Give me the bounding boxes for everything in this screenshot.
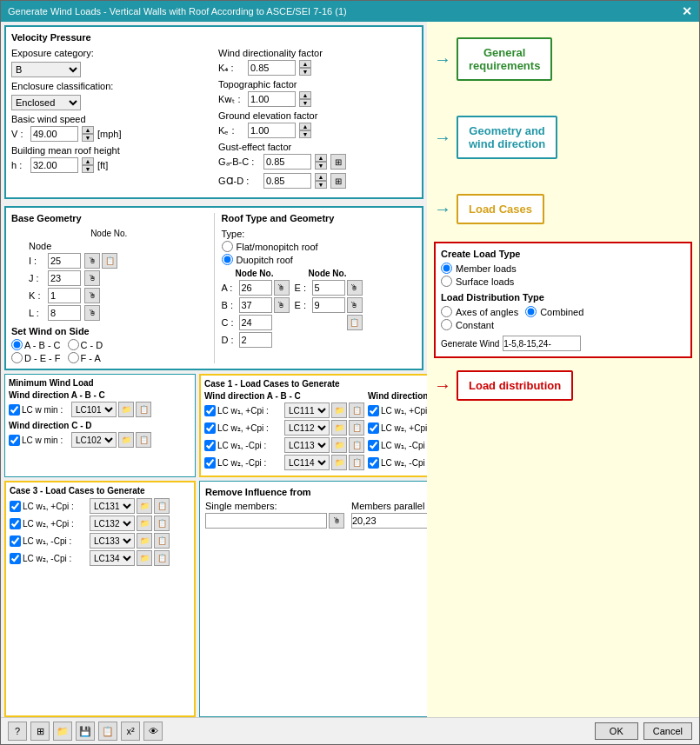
- axes-radio[interactable]: [441, 306, 452, 317]
- toolbar-btn-3[interactable]: 📁: [53, 722, 72, 741]
- c1-w2cpi-f[interactable]: 📁: [331, 420, 347, 436]
- wmin-cd-view[interactable]: 📋: [136, 432, 151, 448]
- k-pick-btn[interactable]: 🖱: [84, 288, 100, 303]
- k-input[interactable]: [48, 288, 81, 303]
- gabc-input[interactable]: [263, 154, 311, 170]
- close-button[interactable]: ✕: [682, 4, 692, 18]
- fa-radio[interactable]: [68, 352, 79, 363]
- c1-w2mcp-v[interactable]: 📋: [349, 455, 364, 470]
- c1-w1cpi-check[interactable]: [204, 405, 216, 416]
- e-pick[interactable]: 🖱: [347, 280, 363, 296]
- fa-radio-label[interactable]: F - A: [68, 352, 101, 363]
- enclosure-select[interactable]: Enclosed: [11, 95, 81, 110]
- c1-w2mcp-f[interactable]: 📁: [331, 455, 347, 470]
- toolbar-btn-7[interactable]: 👁: [143, 722, 163, 741]
- f-pick[interactable]: 🖱: [347, 297, 363, 313]
- gabc-icon-btn[interactable]: ⊞: [330, 154, 346, 170]
- c1-w2mcp2-check[interactable]: [368, 457, 379, 469]
- c1-w1mcp-check[interactable]: [204, 440, 216, 451]
- exposure-select[interactable]: B: [11, 62, 81, 77]
- c3-v4[interactable]: 📋: [154, 550, 170, 566]
- toolbar-btn-5[interactable]: 📋: [98, 722, 117, 741]
- c1-w1mcp-f[interactable]: 📁: [331, 437, 347, 453]
- c1-w1mcp-v[interactable]: 📋: [349, 437, 364, 453]
- def-radio[interactable]: [11, 352, 23, 363]
- c1-w2cpi2-check[interactable]: [368, 422, 379, 434]
- cancel-button[interactable]: Cancel: [643, 722, 692, 740]
- surface-radio[interactable]: [441, 276, 452, 287]
- i-view-btn[interactable]: 📋: [102, 253, 117, 269]
- c1-w2mcp-check[interactable]: [204, 457, 216, 469]
- c1-w2cpi-v[interactable]: 📋: [349, 420, 364, 436]
- c-icon-btn[interactable]: 📋: [347, 315, 363, 330]
- c1-w1cpi-v[interactable]: 📋: [349, 402, 364, 418]
- c3-v1[interactable]: 📋: [154, 498, 170, 514]
- gcd-input[interactable]: [263, 173, 311, 189]
- b-input[interactable]: [239, 297, 272, 313]
- c3-v2[interactable]: 📋: [154, 516, 170, 531]
- def-radio-label[interactable]: D - E - F: [11, 352, 61, 363]
- toolbar-btn-4[interactable]: 💾: [76, 722, 95, 741]
- member-radio[interactable]: [441, 263, 452, 274]
- wmin-cd-folder[interactable]: 📁: [118, 432, 134, 448]
- c3-w2mcp-select[interactable]: LC134: [90, 550, 135, 566]
- single-input[interactable]: [205, 513, 327, 529]
- cd-radio-label[interactable]: C - D: [68, 339, 103, 350]
- h-input[interactable]: [30, 157, 78, 173]
- ke-input[interactable]: [248, 123, 296, 138]
- a-input[interactable]: [239, 280, 272, 296]
- toolbar-btn-1[interactable]: ?: [8, 722, 27, 741]
- c3-w1mcp-select[interactable]: LC133: [90, 533, 135, 549]
- gabc-spinner[interactable]: ▲▼: [315, 154, 327, 170]
- e-input[interactable]: [312, 280, 345, 296]
- c3-w1cpi-select[interactable]: LC131: [90, 498, 135, 514]
- c1-w1cpi-f[interactable]: 📁: [331, 402, 347, 418]
- v-input[interactable]: [30, 126, 78, 142]
- c3-v3[interactable]: 📋: [154, 533, 170, 549]
- i-input[interactable]: [48, 253, 81, 269]
- kzt-input[interactable]: [248, 91, 296, 107]
- combined-radio[interactable]: [525, 306, 537, 317]
- c3-f4[interactable]: 📁: [137, 550, 152, 566]
- j-pick-btn[interactable]: 🖱: [84, 270, 100, 286]
- toolbar-btn-6[interactable]: x²: [121, 722, 140, 741]
- gen-wind-input[interactable]: [503, 336, 581, 351]
- c1-w2cpi-select[interactable]: LC112: [284, 420, 330, 436]
- d-input[interactable]: [239, 332, 272, 348]
- f-input[interactable]: [312, 297, 345, 313]
- c1-w1cpi-select[interactable]: LC111: [284, 402, 330, 418]
- ke-spinner[interactable]: ▲▼: [299, 123, 311, 138]
- a-pick[interactable]: 🖱: [274, 280, 290, 296]
- c1-w1mcp-select[interactable]: LC113: [284, 437, 330, 453]
- single-pick[interactable]: 🖱: [329, 513, 344, 529]
- c1-w2mcp-select[interactable]: LC114: [284, 455, 330, 470]
- c3-f2[interactable]: 📁: [137, 516, 152, 531]
- h-spinner[interactable]: ▲▼: [82, 157, 94, 173]
- toolbar-btn-2[interactable]: ⊞: [30, 722, 50, 741]
- lc-wmin-cd-select[interactable]: LC102: [71, 432, 117, 448]
- c-input[interactable]: [239, 315, 272, 330]
- gcd-icon-btn[interactable]: ⊞: [330, 173, 346, 189]
- duo-roof-radio[interactable]: [222, 254, 233, 265]
- c3-f1[interactable]: 📁: [137, 498, 152, 514]
- b-pick[interactable]: 🖱: [274, 297, 290, 313]
- flat-roof-radio[interactable]: [222, 241, 233, 252]
- l-input[interactable]: [48, 305, 81, 321]
- constant-radio[interactable]: [441, 319, 452, 330]
- c3-w2cpi-select[interactable]: LC132: [90, 516, 135, 531]
- lc-wmin-abc-select[interactable]: LC101: [71, 402, 117, 417]
- c1-w1cpi2-check[interactable]: [368, 405, 379, 416]
- wmin-abc-view[interactable]: 📋: [136, 402, 151, 417]
- j-input[interactable]: [48, 270, 81, 286]
- ok-button[interactable]: OK: [595, 722, 638, 740]
- lc-wmin-abc-check[interactable]: [9, 404, 20, 416]
- cd-radio[interactable]: [68, 339, 79, 350]
- wmin-abc-folder[interactable]: 📁: [118, 402, 134, 417]
- kzt-spinner[interactable]: ▲▼: [299, 91, 311, 107]
- c3-w2cpi-check[interactable]: [10, 518, 21, 529]
- c3-f3[interactable]: 📁: [137, 533, 152, 549]
- c3-w1mcp-check[interactable]: [10, 535, 21, 547]
- kd-input[interactable]: [248, 60, 296, 76]
- c1-w1mcp2-check[interactable]: [368, 440, 379, 451]
- c1-w2cpi-check[interactable]: [204, 422, 216, 434]
